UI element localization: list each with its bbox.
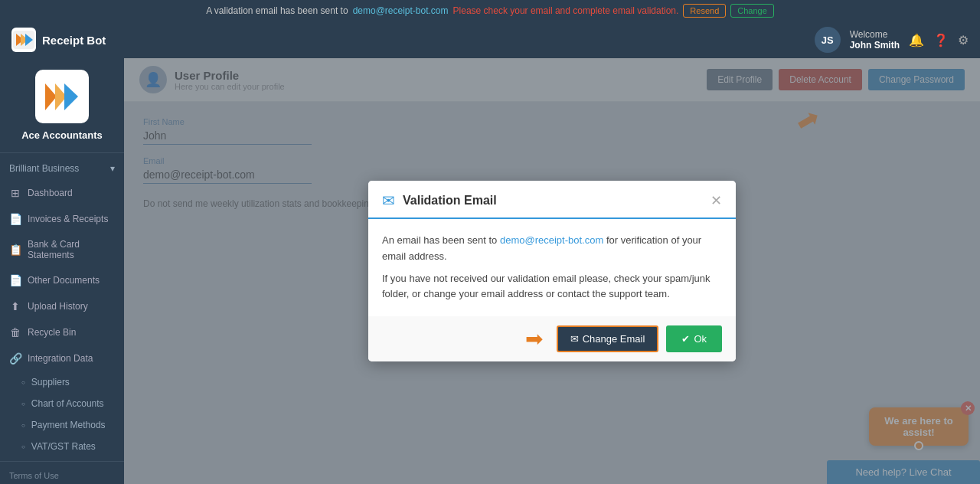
invoices-icon: 📄 — [9, 213, 21, 225]
sidebar-item-recycle-bin[interactable]: 🗑 Recycle Bin — [0, 319, 124, 345]
app-header: Receipt Bot JS Welcome John Smith 🔔 ❓ ⚙ — [0, 21, 980, 58]
app-name: Receipt Bot — [42, 34, 106, 47]
modal-email-link[interactable]: demo@receipt-bot.com — [500, 234, 603, 246]
app-logo: Receipt Bot — [11, 28, 106, 52]
other-docs-icon: 📄 — [9, 274, 21, 286]
modal-body: An email has been sent to demo@receipt-b… — [368, 219, 736, 316]
modal-body-p1: An email has been sent to demo@receipt-b… — [382, 233, 722, 265]
sidebar-item-label: Upload History — [28, 301, 88, 312]
sidebar-sub-chart[interactable]: ○ Chart of Accounts — [0, 393, 124, 414]
sidebar-sub-vat[interactable]: ○ VAT/GST Rates — [0, 436, 124, 457]
help-icon[interactable]: ❓ — [933, 33, 949, 47]
envelope-icon: ✉ — [570, 333, 579, 345]
sidebar-item-upload-history[interactable]: ⬆ Upload History — [0, 293, 124, 319]
bank-icon: 📋 — [9, 244, 21, 256]
header-right: JS Welcome John Smith 🔔 ❓ ⚙ — [815, 27, 969, 53]
banner-check: Please check your email and complete ema… — [453, 5, 679, 16]
modal-title: Validation Email — [403, 194, 703, 208]
bell-icon[interactable]: 🔔 — [909, 33, 924, 47]
sidebar-sub-payment[interactable]: ○ Payment Methods — [0, 414, 124, 436]
svg-marker-4 — [45, 83, 57, 110]
main-layout: Ace Accountants Brilliant Business ▾ ⊞ D… — [0, 58, 980, 484]
sidebar-sub-label: Chart of Accounts — [31, 398, 104, 409]
upload-icon: ⬆ — [9, 300, 21, 312]
svg-marker-6 — [64, 83, 78, 110]
validation-email-modal: ✉ Validation Email ✕ An email has been s… — [368, 181, 736, 361]
sidebar-item-bank[interactable]: 📋 Bank & Card Statements — [0, 232, 124, 267]
avatar: JS — [815, 27, 841, 53]
company-name: Ace Accountants — [21, 129, 103, 141]
sidebar-item-dashboard[interactable]: ⊞ Dashboard — [0, 180, 124, 206]
circle-icon: ○ — [21, 422, 25, 429]
chevron-down-icon: ▾ — [110, 163, 115, 174]
logo-icon — [11, 28, 36, 52]
change-email-button[interactable]: ✉ Change Email — [557, 325, 659, 352]
company-logo — [35, 70, 89, 123]
dashboard-icon: ⊞ — [9, 187, 21, 199]
sidebar-section: Brilliant Business ▾ ⊞ Dashboard 📄 Invoi… — [0, 153, 124, 461]
validation-banner: A validation email has been sent to demo… — [0, 0, 980, 21]
sidebar: Ace Accountants Brilliant Business ▾ ⊞ D… — [0, 58, 124, 484]
sidebar-item-label: Other Documents — [28, 275, 100, 286]
business-dropdown[interactable]: Brilliant Business ▾ — [0, 157, 124, 180]
sidebar-item-label: Bank & Card Statements — [28, 239, 115, 260]
banner-change-button[interactable]: Change — [730, 4, 774, 18]
sidebar-item-label: Integration Data — [28, 353, 93, 364]
sidebar-footer: Terms of Use — [0, 461, 124, 484]
sidebar-item-integration[interactable]: 🔗 Integration Data — [0, 345, 124, 371]
check-icon: ✔ — [681, 333, 690, 345]
modal-header: ✉ Validation Email ✕ — [368, 181, 736, 219]
sidebar-sub-suppliers[interactable]: ○ Suppliers — [0, 371, 124, 393]
sidebar-sub-label: Suppliers — [31, 377, 70, 388]
welcome-text: Welcome John Smith — [850, 29, 900, 51]
integration-icon: 🔗 — [9, 352, 21, 365]
sidebar-item-label: Recycle Bin — [28, 327, 76, 338]
sidebar-item-label: Invoices & Receipts — [28, 214, 108, 224]
circle-icon: ○ — [21, 401, 25, 407]
circle-icon: ○ — [21, 379, 25, 386]
sidebar-item-invoices[interactable]: 📄 Invoices & Receipts — [0, 206, 124, 232]
modal-overlay: ✉ Validation Email ✕ An email has been s… — [124, 58, 980, 484]
circle-icon: ○ — [21, 443, 25, 450]
terms-link[interactable]: Terms of Use — [9, 471, 59, 480]
banner-email: demo@receipt-bot.com — [353, 5, 449, 16]
sidebar-sub-label: Payment Methods — [31, 420, 106, 430]
arrow-annotation-icon: ➡ — [525, 326, 543, 352]
recycle-icon: 🗑 — [9, 326, 21, 338]
banner-text: A validation email has been sent to — [206, 5, 348, 16]
sidebar-item-other-docs[interactable]: 📄 Other Documents — [0, 267, 124, 293]
ok-button[interactable]: ✔ Ok — [666, 325, 722, 352]
settings-icon[interactable]: ⚙ — [958, 33, 969, 47]
sidebar-sub-label: VAT/GST Rates — [31, 441, 96, 452]
modal-close-button[interactable]: ✕ — [710, 192, 722, 209]
resend-button[interactable]: Resend — [683, 4, 726, 18]
content-area: 👤 User Profile Here you can edit your pr… — [124, 58, 980, 484]
sidebar-item-label: Dashboard — [28, 188, 73, 198]
email-icon: ✉ — [382, 191, 395, 210]
modal-body-p2: If you have not received our validation … — [382, 271, 722, 303]
sidebar-logo-area: Ace Accountants — [0, 58, 124, 153]
modal-footer: ➡ ✉ Change Email ✔ Ok — [368, 316, 736, 361]
